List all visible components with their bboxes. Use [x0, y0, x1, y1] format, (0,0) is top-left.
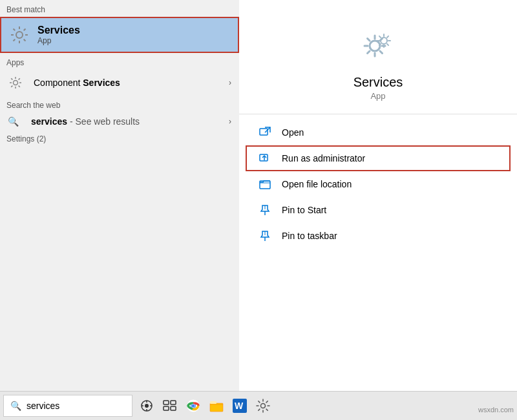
- app-type: App: [370, 91, 385, 101]
- web-label: services - See web results: [31, 116, 140, 127]
- svg-text:W: W: [235, 401, 244, 411]
- taskbar-search-bar[interactable]: 🔍 services: [3, 395, 132, 417]
- action-open-label: Open: [282, 127, 304, 138]
- search-query: services: [31, 116, 67, 127]
- chrome-icon[interactable]: [183, 395, 204, 416]
- svg-rect-38: [260, 154, 268, 161]
- svg-point-46: [145, 404, 149, 408]
- pin-start-icon: [258, 204, 271, 216]
- svg-line-26: [368, 51, 370, 54]
- svg-rect-53: [171, 401, 176, 404]
- action-open[interactable]: Open: [239, 120, 517, 145]
- best-match-item[interactable]: Services App: [0, 17, 239, 53]
- search-web-label: Search the web: [0, 96, 239, 112]
- left-panel: Best match Services App: [0, 0, 239, 391]
- svg-rect-51: [164, 401, 169, 404]
- file-location-icon: [258, 178, 271, 191]
- apps-label: Apps: [0, 53, 239, 70]
- file-explorer-icon[interactable]: [206, 395, 227, 416]
- taskbar-search-text: services: [26, 401, 59, 411]
- action-open-file-location[interactable]: Open file location: [239, 171, 517, 197]
- svg-line-71: [258, 409, 260, 410]
- taskbar: 🔍 services: [0, 391, 517, 420]
- svg-line-16: [19, 78, 20, 79]
- svg-line-17: [11, 86, 12, 87]
- svg-line-68: [258, 401, 260, 403]
- task-switch-icon[interactable]: [160, 395, 180, 416]
- svg-point-0: [16, 32, 23, 38]
- action-open-file-location-label: Open file location: [282, 179, 352, 189]
- best-match-title: Services: [37, 25, 80, 36]
- svg-rect-60: [210, 401, 216, 404]
- component-services-label: Component Services: [34, 78, 218, 88]
- action-run-as-admin[interactable]: Run as administrator: [239, 145, 517, 171]
- action-pin-to-start[interactable]: Pin to Start: [239, 197, 517, 223]
- settings-label: Settings (2): [0, 131, 239, 146]
- svg-line-70: [266, 401, 268, 403]
- search-web-item[interactable]: 🔍 services - See web results ›: [0, 112, 239, 131]
- svg-line-15: [19, 86, 20, 87]
- svg-line-32: [379, 36, 381, 37]
- search-web-icon: 🔍: [8, 116, 21, 127]
- word-icon[interactable]: W: [229, 395, 250, 416]
- action-run-as-admin-label: Run as administrator: [282, 153, 365, 163]
- open-icon: [258, 126, 271, 139]
- svg-line-24: [380, 51, 383, 54]
- app-preview: Services App: [239, 0, 517, 114]
- actions-list: Open Run as administrator: [239, 114, 517, 254]
- svg-line-69: [266, 409, 268, 410]
- svg-point-18: [370, 41, 380, 51]
- svg-line-14: [11, 78, 12, 79]
- component-services-chevron: ›: [229, 78, 231, 87]
- run-as-admin-icon: [258, 152, 271, 165]
- svg-line-8: [14, 39, 16, 41]
- settings-icon[interactable]: [253, 395, 273, 416]
- best-match-label: Best match: [0, 0, 239, 17]
- run-as-admin-wrapper: Run as administrator: [239, 145, 517, 171]
- web-item-chevron: ›: [229, 117, 231, 126]
- search-suffix: - See web results: [67, 116, 140, 127]
- watermark: wsxdn.com: [478, 406, 514, 414]
- svg-rect-54: [171, 406, 176, 410]
- svg-line-23: [368, 39, 370, 41]
- action-pin-to-taskbar[interactable]: Pin to taskbar: [239, 223, 517, 249]
- right-panel: Services App Open: [239, 0, 517, 391]
- svg-line-7: [24, 29, 26, 31]
- pin-taskbar-icon: [258, 229, 271, 242]
- svg-point-9: [14, 81, 18, 85]
- services-app-icon: [9, 25, 30, 45]
- app-icon-large: [357, 26, 399, 67]
- best-match-text: Services App: [37, 25, 80, 45]
- svg-line-5: [14, 29, 16, 31]
- action-pin-to-taskbar-label: Pin to taskbar: [282, 231, 337, 241]
- task-view-icon[interactable]: [136, 395, 157, 416]
- app-name: Services: [353, 75, 403, 90]
- svg-line-34: [387, 36, 388, 37]
- svg-line-6: [24, 39, 26, 41]
- taskbar-search-icon: 🔍: [10, 401, 21, 411]
- svg-point-63: [261, 404, 266, 408]
- action-pin-to-start-label: Pin to Start: [282, 205, 326, 215]
- svg-rect-52: [164, 406, 169, 410]
- svg-point-27: [381, 37, 387, 44]
- component-services-icon: [8, 75, 23, 90]
- svg-rect-36: [260, 129, 268, 135]
- best-match-subtitle: App: [37, 36, 80, 45]
- component-services-item[interactable]: Component Services ›: [0, 70, 239, 96]
- svg-line-33: [387, 44, 388, 45]
- svg-point-58: [192, 404, 195, 408]
